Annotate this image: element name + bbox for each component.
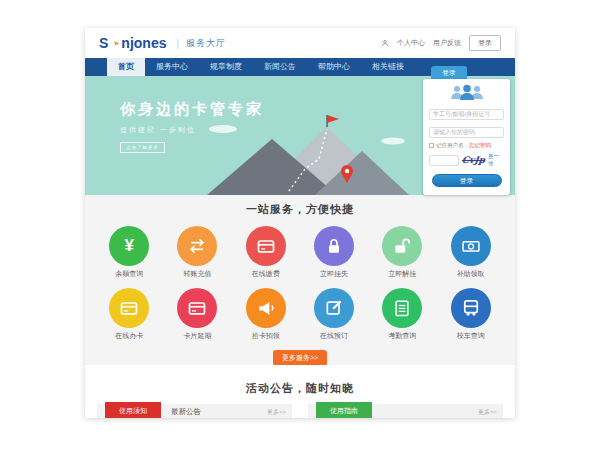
notice-panel: 使用须知 最新公告 更多>> [97,404,292,418]
latest-news-tab[interactable]: 最新公告 [171,404,201,418]
service-transfer[interactable]: 转账充值 [163,226,231,279]
megaphone-icon [256,298,276,318]
nav-item-rules[interactable]: 规章制度 [199,58,253,76]
card-icon [187,298,207,318]
attendance-icon [392,298,412,318]
guide-panel: 使用指南 更多>> [308,404,503,418]
service-balance[interactable]: ¥ 余额查询 [95,226,163,279]
service-school-bus[interactable]: 校车查询 [436,288,504,341]
header-links: 个人中心 用户反馈 登录 [381,35,501,51]
portal-name: 服务大厅 [186,37,226,50]
logo-text-s: S [99,35,108,51]
nav-item-links[interactable]: 相关链接 [361,58,415,76]
services-grid: ¥ 余额查询 转账充值 [95,217,505,341]
captcha-image[interactable]: CvJp [461,155,485,165]
lock-icon [324,236,344,256]
card-icon [119,298,139,318]
services-section: 一站服务，方便快捷 ¥ 余额查询 转账充值 [85,195,515,365]
service-report-loss[interactable]: 立即挂失 [300,226,368,279]
service-subsidy[interactable]: 补助领取 [436,226,504,279]
captcha-input[interactable] [429,155,459,166]
more-services-button[interactable]: 更多服务>> [273,350,327,366]
announcements-title: 活动公告，随时知晓 [85,374,515,396]
service-hall-page: S njones | 服务大厅 个人中心 用户反馈 登录 首页 服务中心 规章制… [85,28,515,418]
edit-icon [324,298,344,318]
usage-notice-tab[interactable]: 使用须知 [105,402,161,418]
nav-item-service-center[interactable]: 服务中心 [145,58,199,76]
logo-arrow-icon [109,38,120,49]
login-panel: 登录 记住用户名 | 忘记密码 CvJp 换一张 [423,66,510,195]
announcement-tabs: 使用须知 最新公告 更多>> 使用指南 更多>> [97,404,503,418]
service-card-renewal[interactable]: 卡片延期 [163,288,231,341]
login-submit-button[interactable]: 登录 [432,174,502,187]
login-options: 记住用户名 | 忘记密码 [429,142,504,149]
bus-icon [461,298,481,318]
service-new-card[interactable]: 在线办卡 [95,288,163,341]
users-icon [429,84,504,102]
password-input[interactable] [429,127,504,138]
refresh-captcha-link[interactable]: 换一张 [488,153,504,167]
service-lost-found[interactable]: 拾卡招领 [232,288,300,341]
yen-icon: ¥ [124,236,133,256]
card-icon [256,236,276,256]
header: S njones | 服务大厅 个人中心 用户反馈 登录 [85,28,515,58]
login-form: 记住用户名 | 忘记密码 CvJp 换一张 登录 [423,79,510,195]
nav-item-home[interactable]: 首页 [107,58,145,76]
remember-checkbox[interactable] [429,143,434,148]
service-unfreeze[interactable]: 立即解挂 [368,226,436,279]
banknote-icon [461,236,481,256]
username-input[interactable] [429,109,504,120]
forgot-password-link[interactable]: 忘记密码 [469,142,491,149]
services-title: 一站服务，方便快捷 [85,195,515,217]
user-feedback-link[interactable]: 用户反馈 [433,38,461,48]
more-guides-link[interactable]: 更多>> [478,404,497,418]
nav-item-news[interactable]: 新闻公告 [253,58,307,76]
captcha-row: CvJp 换一张 [429,153,504,167]
service-online-booking[interactable]: 在线预订 [300,288,368,341]
announcements-section: 活动公告，随时知晓 使用须知 最新公告 更多>> 使用指南 更多>> [85,365,515,418]
login-tab[interactable]: 登录 [431,66,467,79]
service-payment[interactable]: 在线缴费 [232,226,300,279]
logo-text-rest: njones [121,35,166,51]
transfer-icon [187,236,207,256]
personal-center-link[interactable]: 个人中心 [397,38,425,48]
usage-guide-tab[interactable]: 使用指南 [316,402,372,418]
remember-label: 记住用户名 [436,142,464,149]
logo-divider: | [176,38,179,49]
synjones-logo[interactable]: S njones | 服务大厅 [99,35,226,51]
nav-item-help-center[interactable]: 帮助中心 [307,58,361,76]
options-separator: | [466,143,467,149]
service-attendance[interactable]: 考勤查询 [368,288,436,341]
user-icon [381,39,389,47]
hero-cta-button[interactable]: 点击了解更多 [120,142,165,153]
more-notices-link[interactable]: 更多>> [267,404,286,418]
unlock-icon [392,236,412,256]
header-login-button[interactable]: 登录 [469,35,501,51]
